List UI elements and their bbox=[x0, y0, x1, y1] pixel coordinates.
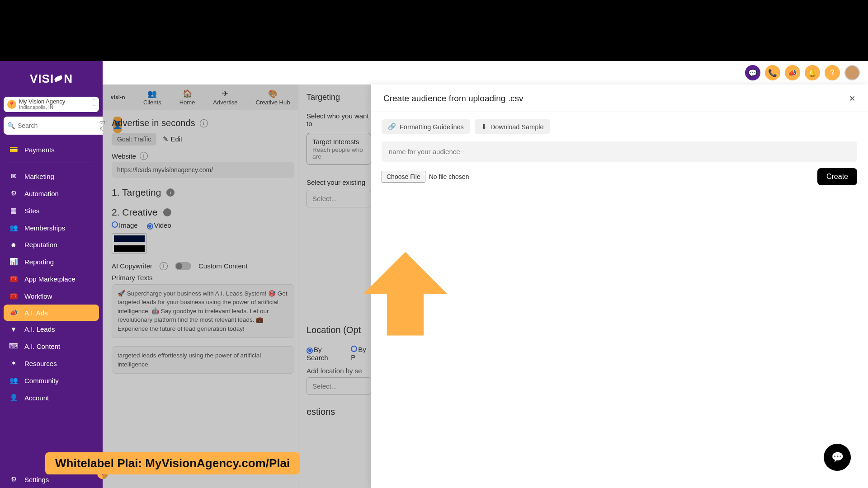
nav-community[interactable]: 👥Community bbox=[0, 372, 103, 389]
nav-payments[interactable]: 💳Payments bbox=[0, 141, 103, 158]
search-input[interactable] bbox=[17, 122, 98, 130]
automation-icon: ⚙ bbox=[9, 189, 18, 197]
funnel-icon: ▼ bbox=[9, 325, 18, 333]
mail-icon: ✉ bbox=[9, 172, 18, 180]
agency-location: Indianapolis, IN bbox=[19, 105, 90, 110]
link-icon: 🔗 bbox=[388, 123, 396, 131]
megaphone-icon: 📣 bbox=[9, 309, 18, 317]
attention-arrow-icon bbox=[363, 251, 447, 337]
letterbox-top bbox=[0, 0, 868, 61]
nav-account[interactable]: 👤Account bbox=[0, 389, 103, 406]
phone-icon[interactable]: 📞 bbox=[765, 65, 780, 80]
choose-file-button[interactable]: Choose File bbox=[382, 171, 425, 183]
search-icon: 🔍 bbox=[7, 122, 15, 129]
brand-logo: VISIN bbox=[0, 66, 103, 95]
content-icon: ⌨ bbox=[9, 342, 18, 350]
modal-title: Create audience from uploading .csv bbox=[383, 94, 523, 103]
help-icon[interactable]: ? bbox=[825, 65, 840, 80]
leaf-icon bbox=[54, 75, 64, 83]
nav-reporting[interactable]: 📊Reporting bbox=[0, 253, 103, 270]
community-icon: 👥 bbox=[9, 376, 18, 385]
nav-ai-ads[interactable]: 📣A.I. Ads bbox=[4, 305, 99, 321]
nav-resources[interactable]: ✶Resources bbox=[0, 355, 103, 371]
memberships-icon: 👥 bbox=[9, 224, 18, 232]
nav-ai-content[interactable]: ⌨A.I. Content bbox=[0, 338, 103, 354]
sidebar: VISIN 📍 My Vision Agency Indianapolis, I… bbox=[0, 61, 103, 488]
nav-marketing[interactable]: ✉Marketing bbox=[0, 168, 103, 184]
announcements-icon[interactable]: 📣 bbox=[785, 65, 800, 80]
reputation-icon: ☻ bbox=[9, 241, 18, 249]
sidebar-search[interactable]: 🔍 ctrl K bbox=[4, 117, 110, 135]
chevron-updown-icon: ˄˅ bbox=[93, 99, 95, 110]
nav-memberships[interactable]: 👥Memberships bbox=[0, 220, 103, 236]
avatar[interactable] bbox=[844, 65, 860, 80]
agency-name: My Vision Agency bbox=[19, 99, 90, 105]
nav-workflow[interactable]: 🧰Workflow bbox=[0, 288, 103, 304]
gear-icon: ⚙ bbox=[9, 475, 18, 483]
topbar: 💬 📞 📣 🔔 ? bbox=[103, 61, 868, 84]
no-file-label: No file chosen bbox=[429, 173, 469, 180]
chat-fab[interactable]: 💬 bbox=[824, 444, 851, 471]
pin-icon: 📍 bbox=[7, 100, 16, 109]
bell-icon[interactable]: 🔔 bbox=[805, 65, 820, 80]
whitelabel-banner: Whitelabel Plai: MyVisionAgency.com/Plai bbox=[45, 452, 300, 474]
svg-marker-0 bbox=[363, 252, 447, 336]
close-icon[interactable]: ✕ bbox=[849, 94, 855, 103]
payments-icon: 💳 bbox=[9, 145, 18, 154]
download-icon: ⬇ bbox=[481, 123, 487, 131]
nav-ai-leads[interactable]: ▼A.I. Leads bbox=[0, 321, 103, 337]
audience-name-input[interactable] bbox=[382, 141, 857, 162]
marketplace-icon: 🧰 bbox=[9, 275, 18, 283]
nav-automation[interactable]: ⚙Automation bbox=[0, 185, 103, 202]
resources-icon: ✶ bbox=[9, 359, 18, 367]
formatting-guidelines-button[interactable]: 🔗Formatting Guidelines bbox=[382, 119, 470, 134]
account-icon: 👤 bbox=[9, 394, 18, 402]
create-button[interactable]: Create bbox=[817, 168, 857, 185]
download-sample-button[interactable]: ⬇Download Sample bbox=[475, 119, 550, 134]
nav-marketplace[interactable]: 🧰App Marketplace bbox=[0, 271, 103, 287]
nav-divider bbox=[9, 163, 94, 163]
reporting-icon: 📊 bbox=[9, 258, 18, 266]
agency-picker[interactable]: 📍 My Vision Agency Indianapolis, IN ˄˅ bbox=[4, 97, 99, 112]
app-shell: VISIN 📍 My Vision Agency Indianapolis, I… bbox=[0, 61, 868, 488]
workflow-icon: 🧰 bbox=[9, 292, 18, 300]
sites-icon: ▦ bbox=[9, 206, 18, 215]
nav-sites[interactable]: ▦Sites bbox=[0, 202, 103, 219]
nav-reputation[interactable]: ☻Reputation bbox=[0, 237, 103, 253]
chat-icon[interactable]: 💬 bbox=[745, 65, 760, 80]
